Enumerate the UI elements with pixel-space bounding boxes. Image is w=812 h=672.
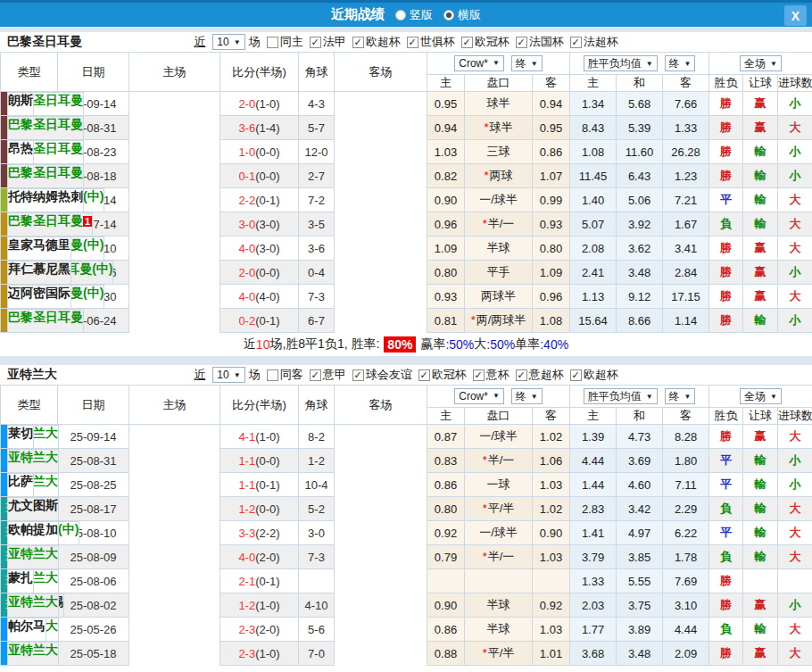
match-score: 3-3(2-2) bbox=[220, 521, 299, 545]
league-checkbox[interactable]: ✓ bbox=[310, 37, 321, 48]
away-team-name: 拜仁慕尼黑 bbox=[8, 261, 70, 276]
wdl-result: 勝 bbox=[709, 140, 743, 164]
handicap-result: 輸 bbox=[743, 618, 778, 642]
handicap-result: 輸 bbox=[743, 545, 778, 569]
league-checkbox[interactable]: ✓ bbox=[570, 37, 582, 48]
away-team-cell: 迈阿密国际 bbox=[7, 285, 71, 309]
final-select[interactable]: 终▼ bbox=[665, 55, 696, 71]
corner-score: 7-0 bbox=[299, 642, 335, 666]
league-checkbox[interactable]: ✓ bbox=[352, 37, 364, 48]
avg-away-odds: 17.15 bbox=[663, 285, 709, 309]
section-header: 亚特兰大近10▼场同客✓意甲✓球会友谊✓欧冠杯✓意杯✓意超杯✓欧超杯 bbox=[0, 365, 812, 385]
count-select[interactable]: 10▼ bbox=[212, 367, 244, 383]
away-team-name: 皇家马德里 bbox=[8, 237, 70, 252]
match-score: 4-0(3-0) bbox=[220, 236, 299, 261]
away-team-cell: 帕尔马 bbox=[7, 618, 46, 642]
column-header-handicap: 盘口 bbox=[465, 75, 533, 92]
final-select[interactable]: 终▼ bbox=[511, 388, 543, 404]
scope-select[interactable]: 全场▼ bbox=[740, 55, 782, 71]
halftime-score: (1-0) bbox=[255, 97, 279, 111]
goals-result: 大 bbox=[778, 188, 812, 212]
avg-away-odds: 1.80 bbox=[663, 449, 709, 473]
handicap-result: 輸 bbox=[743, 188, 778, 212]
handicap-cell: 三球 bbox=[465, 140, 533, 164]
crow-home-odds: 0.94 bbox=[427, 116, 465, 140]
count-select[interactable]: 10▼ bbox=[212, 34, 244, 50]
fulltime-score: 4-1 bbox=[238, 430, 255, 444]
separator bbox=[0, 356, 812, 365]
wdl-result: 勝 bbox=[709, 116, 743, 140]
handicap-text: 两/两球半 bbox=[476, 313, 526, 327]
near-link[interactable]: 近 bbox=[194, 367, 205, 383]
crow-home-odds: 0.80 bbox=[427, 497, 465, 521]
handicap-result: 赢 bbox=[743, 116, 778, 140]
avg-home-odds: 2.08 bbox=[570, 236, 617, 261]
summary-row: 近10场,胜8平1负1, 胜率:80%赢率:50% 大:50% 单率:40% bbox=[0, 333, 812, 356]
league-filter-label: 欧超杯 bbox=[584, 367, 618, 383]
crow-select[interactable]: Crow*▼ bbox=[454, 55, 504, 71]
league-filter-label: 欧超杯 bbox=[366, 34, 401, 50]
league-filter-label: 法超杯 bbox=[584, 34, 618, 50]
match-score: 1-1(0-0) bbox=[220, 449, 299, 473]
avg-home-odds: 3.68 bbox=[570, 642, 617, 666]
fulltime-score: 2-3 bbox=[238, 647, 255, 660]
away-team-cell: 欧帕提加 bbox=[7, 521, 59, 545]
handicap-cell bbox=[465, 569, 533, 593]
away-team-cell: 亚特兰大 bbox=[7, 593, 59, 618]
league-checkbox[interactable]: ✓ bbox=[516, 37, 527, 48]
handicap-cell: 一球 bbox=[465, 473, 533, 497]
table-row: 欧超杯25-08-14巴黎圣日耳曼(中)2-2(0-1)7-2托特纳姆热刺0.9… bbox=[1, 188, 812, 212]
league-checkbox[interactable]: ✓ bbox=[570, 369, 582, 381]
halftime-score: (2-2) bbox=[255, 527, 279, 540]
league-checkbox[interactable]: ✓ bbox=[407, 37, 418, 48]
handicap-result: 輸 bbox=[743, 212, 778, 236]
column-header-avg_home: 主 bbox=[570, 75, 617, 92]
dropdown-arrow-icon: ▼ bbox=[770, 60, 777, 68]
crow-home-odds: 0.92 bbox=[427, 521, 465, 545]
avg-draw-odds: 4.97 bbox=[617, 521, 663, 545]
away-team-cell: 托特纳姆热刺 bbox=[7, 188, 84, 212]
away-team-cell: 巴黎圣日耳曼 bbox=[7, 116, 84, 140]
near-link[interactable]: 近 bbox=[194, 34, 205, 50]
corner-score: 12-0 bbox=[299, 140, 335, 164]
halftime-score: (0-1) bbox=[255, 314, 279, 328]
scope-select[interactable]: 全场▼ bbox=[740, 388, 782, 404]
fulltime-score: 0-1 bbox=[238, 170, 255, 183]
league-checkbox[interactable]: ✓ bbox=[418, 369, 430, 381]
away-team-name: 亚特兰大 bbox=[8, 450, 58, 464]
close-icon[interactable]: X bbox=[784, 5, 807, 26]
final-select[interactable]: 终▼ bbox=[665, 388, 696, 404]
vertical-layout-radio[interactable] bbox=[395, 10, 406, 21]
league-checkbox[interactable]: ✓ bbox=[310, 369, 321, 381]
dropdown-arrow-icon: ▼ bbox=[531, 393, 538, 401]
avg-draw-odds: 3.75 bbox=[617, 593, 663, 618]
crow-select[interactable]: Crow*▼ bbox=[454, 388, 504, 404]
same-venue-checkbox[interactable] bbox=[267, 37, 278, 48]
crow-away-odds: 0.80 bbox=[533, 236, 570, 261]
horizontal-layout-label: 横版 bbox=[458, 7, 481, 23]
halftime-score: (0-1) bbox=[255, 575, 279, 588]
column-header-handicap: 盘口 bbox=[465, 408, 533, 425]
away-team-cell: 拜仁慕尼黑 bbox=[7, 261, 71, 285]
avg-select[interactable]: 胜平负均值▼ bbox=[584, 55, 658, 71]
goals-result: 大 bbox=[778, 521, 812, 545]
league-checkbox[interactable]: ✓ bbox=[473, 369, 485, 381]
goals-result bbox=[778, 569, 812, 593]
crow-home-odds: 0.86 bbox=[427, 618, 465, 642]
handicap-result: 輸 bbox=[743, 309, 778, 333]
fulltime-score: 2-0 bbox=[238, 97, 255, 111]
fulltime-score: 3-3 bbox=[238, 527, 255, 540]
corner-score: 3-6 bbox=[299, 236, 335, 261]
table-header-row: 类型日期主场比分(半场)角球客场Crow*▼终▼胜平负均值▼终▼全场▼ bbox=[1, 53, 812, 75]
dropdown-arrow-icon: ▼ bbox=[684, 393, 692, 401]
league-filter-label: 法甲 bbox=[323, 34, 346, 50]
league-checkbox[interactable]: ✓ bbox=[352, 369, 364, 381]
same-venue-checkbox[interactable] bbox=[267, 369, 278, 381]
final-select[interactable]: 终▼ bbox=[511, 55, 543, 71]
summary-segment: :50% bbox=[445, 337, 474, 352]
avg-select[interactable]: 胜平负均值▼ bbox=[584, 388, 658, 404]
avg-away-odds: 2.84 bbox=[663, 261, 709, 285]
horizontal-layout-radio[interactable] bbox=[443, 10, 454, 21]
league-checkbox[interactable]: ✓ bbox=[516, 369, 527, 381]
league-checkbox[interactable]: ✓ bbox=[461, 37, 473, 48]
